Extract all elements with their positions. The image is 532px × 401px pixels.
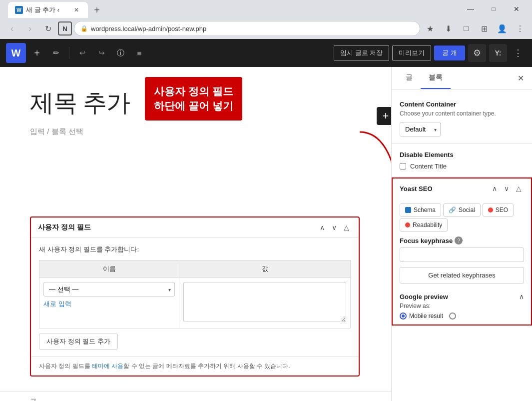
- content-container-select[interactable]: Default: [400, 122, 441, 136]
- undo-button[interactable]: ↩: [74, 45, 90, 61]
- browser-action-icons: ★ ⬇ □ ⊞ 👤 ⋮: [422, 20, 528, 36]
- tab-post[interactable]: 글: [398, 67, 421, 89]
- profile-icon[interactable]: 👤: [494, 20, 510, 36]
- post-subtitle: 입력 / 블록 선택: [30, 127, 360, 136]
- cf-new-input-link[interactable]: 새로 입력: [43, 300, 175, 308]
- editor-content: 제목 추가 입력 / 블록 선택 + 사용자 정의 필드 하단에 끌어 넣기: [0, 67, 390, 386]
- redo-button[interactable]: ↪: [93, 45, 109, 61]
- cf-name-cell: — 선택 — ▾ 새로 입력: [39, 278, 179, 328]
- browser-history-icon[interactable]: ⊞: [476, 20, 492, 36]
- cf-add-field-button[interactable]: 사용자 정의 필드 추가: [39, 334, 118, 350]
- browser-titlebar: W 새 글 추가 ‹ ✕ + — □ ✕: [0, 0, 532, 18]
- bottom-label: 글: [30, 398, 36, 401]
- panel-collapse-up-button[interactable]: ∧: [317, 222, 327, 232]
- yoast-up-button[interactable]: ∧: [490, 184, 500, 194]
- yoast-panel-body: Schema 🔗 Social SEO Readability: [393, 198, 531, 324]
- disable-elements-section: Disable Elements Content Title: [392, 144, 532, 178]
- reload-button[interactable]: ↻: [40, 20, 56, 36]
- yoast-panel-controls: ∧ ∨ △: [490, 184, 524, 194]
- browser-more-icon[interactable]: ⋮: [512, 20, 528, 36]
- sidebar: 글 블록 ✕ Content Container Choose your con…: [391, 67, 532, 401]
- custom-fields-footer: 사용자 정의 필드를 테마에 사용할 수 있는 글에 메타자료를 추가하기 위해…: [31, 356, 359, 376]
- minimize-button[interactable]: —: [459, 1, 482, 17]
- focus-keyphrase-label: Focus keyphrase: [400, 237, 453, 244]
- readability-tab-label: Readability: [413, 222, 442, 228]
- wp-logo-button[interactable]: W: [6, 43, 26, 63]
- back-button[interactable]: ‹: [4, 20, 20, 36]
- sidebar-close-button[interactable]: ✕: [516, 72, 526, 85]
- close-window-button[interactable]: ✕: [505, 1, 528, 17]
- info-button[interactable]: ⓘ: [112, 45, 128, 61]
- cf-footer-link[interactable]: 테마에 사용: [92, 362, 123, 370]
- custom-fields-title: 사용자 정의 필드: [38, 223, 313, 232]
- custom-fields-subtitle: 새 사용자 정의 필드를 추가합니다:: [39, 245, 351, 254]
- google-preview-header: Google preview ∧: [400, 288, 524, 302]
- maximize-button[interactable]: □: [482, 1, 505, 17]
- mobile-result-label: Mobile result: [409, 312, 443, 320]
- yoast-down-button[interactable]: ∨: [502, 184, 512, 194]
- tab-block[interactable]: 블록: [421, 67, 451, 89]
- cf-value-textarea[interactable]: [183, 282, 346, 322]
- custom-fields-body: 새 사용자 정의 필드를 추가합니다: 이름 값: [31, 238, 359, 356]
- tab-bar: W 새 글 추가 ‹ ✕ +: [8, 0, 455, 18]
- add-block-toolbar-button[interactable]: +: [29, 45, 45, 61]
- cf-value-cell: [179, 278, 351, 328]
- yoast-panel-header[interactable]: Yoast SEO ∧ ∨ △: [393, 178, 531, 198]
- sidebar-content: Content Container Choose your content co…: [392, 90, 532, 401]
- add-block-inline-button[interactable]: +: [377, 107, 391, 125]
- save-draft-button[interactable]: 임시 글로 저장: [334, 45, 389, 61]
- google-preview-section: Google preview ∧ Preview as: Mobile resu…: [400, 288, 524, 320]
- edit-icon-button[interactable]: ✏: [48, 45, 64, 61]
- yoast-social-tab[interactable]: 🔗 Social: [443, 204, 481, 216]
- address-input-field[interactable]: 🔒 wordpress.local/wp-admin/post-new.php: [74, 21, 420, 36]
- content-container-title: Content Container: [400, 100, 524, 108]
- download-icon[interactable]: ⬇: [440, 20, 456, 36]
- active-tab[interactable]: W 새 글 추가 ‹ ✕: [8, 2, 88, 18]
- publish-button[interactable]: 공 개: [434, 46, 465, 60]
- wp-admin-bar: W + ✏ ↩ ↪ ⓘ ≡ 임시 글로 저장 미리보기 공 개 ⚙ Y: ⋮: [0, 39, 532, 67]
- google-preview-collapse-button[interactable]: ∧: [519, 292, 524, 300]
- panel-controls: ∧ ∨ △: [317, 222, 352, 232]
- focus-keyphrase-section: Focus keyphrase ? Get related keyphrases: [400, 236, 524, 284]
- new-tab-button[interactable]: +: [90, 3, 104, 17]
- bookmark-icon[interactable]: ★: [422, 20, 438, 36]
- cf-name-select[interactable]: — 선택 —: [43, 282, 175, 296]
- desktop-result-option[interactable]: [449, 312, 456, 320]
- wp-logo-icon: W: [11, 48, 21, 59]
- more-options-button[interactable]: ⋮: [510, 45, 526, 61]
- yoast-schema-tab[interactable]: Schema: [400, 204, 441, 216]
- list-view-button[interactable]: ≡: [131, 45, 147, 61]
- custom-fields-input-row: — 선택 — ▾ 새로 입력: [39, 278, 351, 328]
- desktop-radio-unselected: [449, 312, 456, 320]
- related-keyphrases-button[interactable]: Get related keyphrases: [400, 267, 524, 284]
- custom-fields-header: 사용자 정의 필드 ∧ ∨ △: [31, 218, 359, 238]
- preview-button[interactable]: 미리보기: [392, 45, 431, 61]
- content-title-checkbox[interactable]: [400, 163, 406, 170]
- seo-dot-icon: [488, 208, 493, 212]
- social-icon: 🔗: [449, 206, 456, 214]
- tab-close-button[interactable]: ✕: [72, 6, 81, 14]
- yoast-panel-button[interactable]: Y:: [489, 44, 507, 62]
- editor-bottom-bar: 글: [0, 392, 391, 401]
- yoast-expand-button[interactable]: △: [514, 184, 524, 194]
- annotation-line2: 하단에 끌어 넣기: [154, 98, 233, 113]
- sidebar-top-scrolled: [392, 90, 532, 94]
- settings-panel-button[interactable]: ⚙: [468, 44, 486, 62]
- annotation-callout: 사용자 정의 필드 하단에 끌어 넣기: [145, 77, 242, 120]
- mobile-result-option[interactable]: Mobile result: [400, 312, 443, 320]
- tab-favicon: W: [15, 6, 23, 14]
- screenshot-icon[interactable]: □: [458, 20, 474, 36]
- content-title-checkbox-row[interactable]: Content Title: [400, 162, 524, 170]
- col-name-header: 이름: [39, 260, 179, 278]
- focus-keyphrase-input[interactable]: [400, 248, 524, 262]
- window-controls: — □ ✕: [459, 1, 528, 17]
- address-bar: ‹ › ↻ N 🔒 wordpress.local/wp-admin/post-…: [0, 18, 532, 39]
- disable-elements-title: Disable Elements: [400, 151, 524, 158]
- yoast-readability-tab[interactable]: Readability: [400, 218, 448, 232]
- panel-collapse-down-button[interactable]: ∨: [329, 222, 339, 232]
- yoast-seo-tab[interactable]: SEO: [483, 204, 514, 216]
- browser-n-icon: N: [58, 22, 72, 36]
- editor-area[interactable]: 제목 추가 입력 / 블록 선택 + 사용자 정의 필드 하단에 끌어 넣기: [0, 67, 391, 401]
- help-icon[interactable]: ?: [455, 236, 463, 244]
- forward-button[interactable]: ›: [22, 20, 38, 36]
